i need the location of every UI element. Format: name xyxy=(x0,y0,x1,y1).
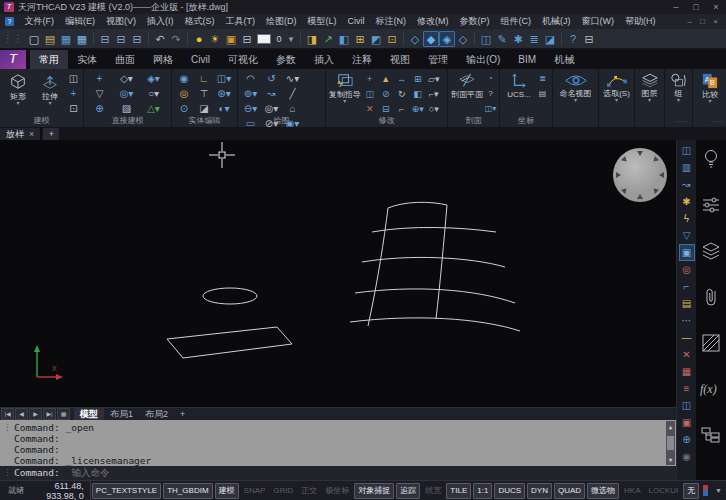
side-tool-icon[interactable]: ▣ xyxy=(679,414,695,431)
hatch-pattern-icon[interactable] xyxy=(700,332,722,354)
toolbar-icon[interactable]: ↗ xyxy=(320,31,336,47)
toolbar-icon[interactable]: ⊟ xyxy=(113,31,129,47)
ribbon-icon[interactable]: ⊕▾ xyxy=(410,101,426,116)
status-toggle[interactable]: TH_GBDIM xyxy=(163,483,212,499)
add-layout-button[interactable]: + xyxy=(174,408,191,420)
brand-chip-icon[interactable] xyxy=(703,485,708,496)
section-plane-button[interactable]: 剖面平面 xyxy=(450,71,484,116)
toolbar-icon[interactable]: ⊞ xyxy=(352,31,368,47)
ribbon-icon[interactable]: ╱ xyxy=(282,86,303,101)
ribbon-icon[interactable]: ⊟ xyxy=(378,101,394,116)
menu-item[interactable]: 模型(L) xyxy=(302,14,342,29)
toolbar-icon[interactable]: ◪ xyxy=(542,31,558,47)
toolbar-icon[interactable] xyxy=(184,31,191,47)
toolbar-icon[interactable]: ▦ xyxy=(58,31,74,47)
navigation-ball[interactable] xyxy=(613,148,667,202)
scroll-down-icon[interactable]: ▼ xyxy=(669,454,673,465)
ellipse-entity[interactable] xyxy=(203,288,257,304)
toolbar-icon[interactable]: ⊟ xyxy=(129,31,145,47)
ribbon-tab[interactable]: Civil xyxy=(182,50,219,69)
ribbon-icon[interactable]: ◔ xyxy=(484,71,497,86)
ribbon-icon[interactable]: ⊤ xyxy=(194,86,214,101)
side-tool-icon[interactable]: ▣ xyxy=(679,244,695,261)
status-toggle[interactable]: DUCS xyxy=(494,483,525,499)
ribbon-icon[interactable]: ⊕ xyxy=(86,101,113,116)
ribbon-icon[interactable]: ◧ xyxy=(410,86,426,101)
ribbon-icon[interactable]: ○▾ xyxy=(140,86,167,101)
ribbon-tab[interactable]: 参数 xyxy=(267,50,305,69)
toolbar-icon[interactable]: ◨ xyxy=(304,31,320,47)
new-tab-button[interactable]: + xyxy=(43,128,59,140)
ribbon-icon[interactable]: ▨ xyxy=(113,101,140,116)
toolbar-icon[interactable] xyxy=(145,31,152,47)
menu-item[interactable]: 编辑(E) xyxy=(60,14,101,29)
document-tab[interactable]: 放样 × xyxy=(0,128,41,140)
doc-close-button[interactable]: × xyxy=(709,17,722,26)
parallelogram-entity[interactable] xyxy=(167,327,292,358)
side-tool-icon[interactable]: — xyxy=(679,329,695,346)
ribbon-icon[interactable]: ≣ xyxy=(536,71,549,86)
ribbon-tab[interactable]: 插入 xyxy=(305,50,343,69)
toolbar-icon[interactable]: ≣ xyxy=(526,31,542,47)
menu-item[interactable]: 窗口(W) xyxy=(576,14,620,29)
ribbon-icon[interactable]: ∿▾ xyxy=(282,71,303,86)
layout-nav-button[interactable]: |◀ xyxy=(1,408,14,420)
status-toggle[interactable]: TILE xyxy=(446,483,471,499)
side-tool-icon[interactable]: ◫ xyxy=(679,142,695,159)
side-tool-icon[interactable]: ▥ xyxy=(679,159,695,176)
group-button[interactable]: 组 ▾ xyxy=(667,71,690,116)
side-tool-icon[interactable]: ⌐ xyxy=(679,278,695,295)
status-toggle[interactable]: QUAD xyxy=(554,483,585,499)
prompt-grip-icon[interactable]: ⋮⋮ xyxy=(3,469,21,476)
loft-surface-entity[interactable] xyxy=(350,202,520,331)
scrollbar-thumb[interactable] xyxy=(667,436,674,450)
menu-item[interactable]: 格式(S) xyxy=(179,14,220,29)
panel-launcher-dots[interactable]: ···· xyxy=(676,118,689,125)
status-toggle[interactable]: 1:1 xyxy=(473,483,492,499)
toolbar-icon[interactable]: ⊟ xyxy=(239,31,255,47)
menu-item[interactable]: 视图(V) xyxy=(101,14,142,29)
ribbon-icon[interactable]: ▤ xyxy=(536,86,549,101)
ribbon-icon[interactable]: ◐▾ xyxy=(214,101,234,116)
toolbar-icon[interactable] xyxy=(90,31,97,47)
ribbon-icon[interactable]: ◎ xyxy=(174,86,194,101)
command-input-placeholder[interactable]: 输入命令 xyxy=(72,467,110,478)
box-button[interactable]: 矩形 ▾ xyxy=(2,71,34,116)
ribbon-icon[interactable]: ◎▾ xyxy=(261,101,282,116)
scroll-up-icon[interactable]: ▲ xyxy=(669,421,673,432)
toolbar-icon[interactable]: ✎ xyxy=(494,31,510,47)
ribbon-icon[interactable]: ◎▾ xyxy=(113,86,140,101)
side-tool-icon[interactable]: ≡ xyxy=(679,380,695,397)
status-toggle[interactable]: GRID xyxy=(270,484,296,498)
side-tool-icon[interactable]: ▦ xyxy=(679,363,695,380)
ribbon-icon[interactable]: ◫▾ xyxy=(484,101,497,116)
ribbon-tab[interactable]: 管理 xyxy=(419,50,457,69)
ribbon-tab[interactable]: BIM xyxy=(509,50,545,69)
toolbar-grip-icon[interactable]: ⋮⋮ xyxy=(0,33,26,44)
ribbon-icon[interactable]: △▾ xyxy=(140,101,167,116)
toolbar-icon[interactable] xyxy=(297,31,304,47)
menu-item[interactable]: Civil xyxy=(342,14,370,29)
status-menu-caret-icon[interactable]: ▼ xyxy=(711,487,726,494)
ribbon-icon[interactable]: ▱▾ xyxy=(426,71,442,86)
ucs-button[interactable]: UCS... xyxy=(502,71,536,116)
ribbon-icon[interactable]: + xyxy=(66,86,81,101)
ribbon-icon[interactable]: ↔ xyxy=(394,71,410,86)
ribbon-tab[interactable]: 曲面 xyxy=(106,50,144,69)
status-toggle[interactable]: 建模 xyxy=(215,483,239,499)
ribbon-tab[interactable]: 输出(O) xyxy=(457,50,509,69)
ribbon-icon[interactable]: ⊘ xyxy=(378,86,394,101)
ribbon-icon[interactable]: ◪ xyxy=(194,101,214,116)
menu-item[interactable]: 修改(M) xyxy=(412,14,455,29)
toolbar-icon[interactable]: ▣ xyxy=(223,31,239,47)
ribbon-icon[interactable]: ⊙ xyxy=(174,101,194,116)
command-history[interactable]: ⋮⋮ Command: _openCommand:Command:Command… xyxy=(0,420,676,466)
ribbon-icon[interactable]: ✕ xyxy=(362,101,378,116)
toolbar-icon[interactable]: ↷ xyxy=(168,31,184,47)
toolbar-icon[interactable]: ↶ xyxy=(152,31,168,47)
tab-close-icon[interactable]: × xyxy=(29,128,34,140)
status-toggle[interactable]: 线宽 xyxy=(422,484,444,498)
menu-item[interactable]: 机械(J) xyxy=(537,14,577,29)
side-tool-icon[interactable]: ◎ xyxy=(679,261,695,278)
toolbar-icon[interactable]: ◩ xyxy=(368,31,384,47)
